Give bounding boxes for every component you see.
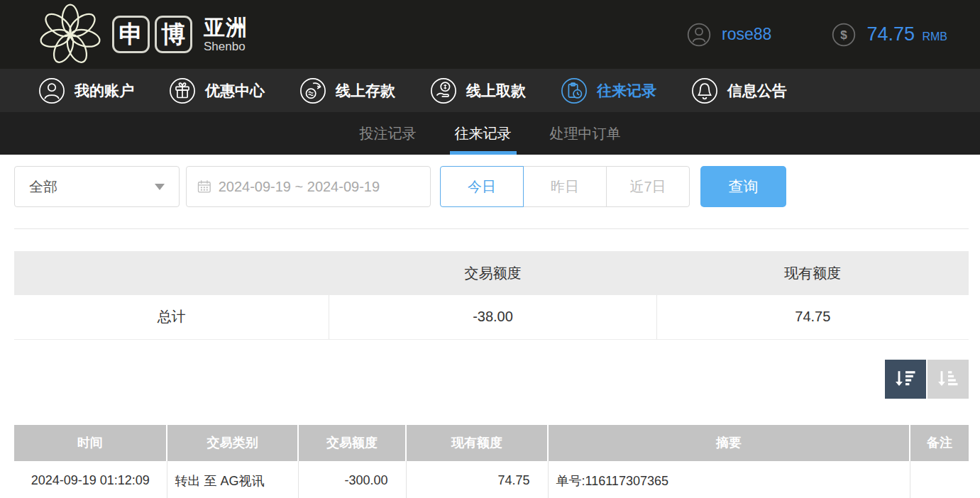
transfer-records-icon [561, 77, 588, 104]
bell-icon [691, 77, 718, 104]
nav-item-promotions[interactable]: 优惠中心 [169, 77, 265, 104]
record-balance: 74.75 [406, 461, 548, 498]
search-button[interactable]: 查询 [700, 166, 786, 207]
tab-label: 往来记录 [455, 124, 512, 143]
summary-table: 交易额度 现有额度 总计 -38.00 74.75 [14, 251, 969, 340]
sort-ascending-icon [934, 366, 962, 392]
record-time: 2024-09-19 01:12:09 [14, 461, 167, 498]
record-type: 转出 至 AG视讯 [167, 461, 298, 498]
date-range-input[interactable] [219, 179, 420, 195]
last-7-days-button[interactable]: 近7日 [606, 166, 690, 207]
tab-label: 处理中订单 [550, 124, 621, 143]
nav-item-deposit[interactable]: 线上存款 [299, 77, 395, 104]
user-icon [38, 77, 65, 104]
summary-header-current-balance: 现有额度 [656, 251, 969, 295]
active-tab-underline [450, 151, 517, 155]
nav-label: 我的账户 [75, 81, 134, 101]
deposit-icon [299, 77, 326, 104]
sort-controls [0, 360, 969, 399]
type-select-dropdown[interactable]: 全部 [14, 166, 180, 207]
nav-item-withdraw[interactable]: 线上取款 [430, 77, 526, 104]
today-button[interactable]: 今日 [440, 166, 524, 207]
summary-header-row: 交易额度 现有额度 [14, 251, 969, 295]
top-header: 申 博 亚洲 Shenbo rose88 $ 74.75 [0, 0, 980, 69]
yesterday-button[interactable]: 昨日 [523, 166, 607, 207]
records-header-type: 交易类别 [167, 425, 298, 461]
records-header-summary: 摘要 [548, 425, 910, 461]
records-header-balance: 现有额度 [406, 425, 548, 461]
balance-amount: 74.75 [866, 23, 915, 45]
sort-ascending-button[interactable] [927, 360, 969, 399]
logo-region: 亚洲 Shenbo [204, 17, 248, 52]
sub-nav: 投注记录 往来记录 处理中订单 [0, 112, 980, 155]
calendar-icon [197, 178, 212, 195]
nav-label: 信息公告 [727, 81, 787, 101]
balance-display[interactable]: $ 74.75 RMB [831, 22, 947, 48]
svg-text:$: $ [841, 28, 848, 42]
brand-logo[interactable]: 申 博 亚洲 Shenbo [0, 1, 248, 68]
nav-item-announcements[interactable]: 信息公告 [691, 77, 787, 104]
caret-down-icon [155, 184, 165, 190]
records-header-time: 时间 [14, 425, 167, 461]
records-table: 时间 交易类别 交易额度 现有额度 摘要 备注 2024-09-19 01:12… [14, 425, 969, 498]
nav-label: 优惠中心 [205, 81, 265, 101]
tab-transfer-records[interactable]: 往来记录 [450, 112, 517, 155]
logo-region-text: 亚洲 [204, 17, 248, 38]
filter-row: 全部 今日 昨日 近7日 查询 [14, 166, 980, 207]
quick-date-group: 今日 昨日 近7日 [440, 166, 690, 207]
logo-char-bo: 博 [155, 16, 192, 53]
user-avatar-icon [686, 22, 712, 48]
logo-char-shen: 申 [112, 16, 150, 53]
nav-label: 往来记录 [597, 81, 656, 101]
date-range-picker[interactable] [186, 166, 431, 207]
record-remark [910, 461, 969, 498]
tab-label: 投注记录 [360, 124, 417, 143]
section-divider [14, 228, 969, 229]
records-header-amount: 交易额度 [298, 425, 406, 461]
records-header-remark: 备注 [910, 425, 969, 461]
nav-item-transfer-records[interactable]: 往来记录 [561, 77, 656, 104]
user-account-link[interactable]: rose88 [686, 22, 771, 48]
gift-icon [169, 77, 196, 104]
record-amount: -300.00 [298, 461, 406, 498]
sort-descending-icon [891, 366, 920, 392]
records-header-row: 时间 交易类别 交易额度 现有额度 摘要 备注 [14, 425, 969, 461]
record-summary: 单号:116117307365 [548, 461, 910, 498]
nav-item-my-account[interactable]: 我的账户 [38, 77, 134, 104]
withdraw-icon [430, 77, 457, 104]
summary-header-blank [14, 251, 329, 295]
type-select-value: 全部 [29, 177, 57, 197]
logo-subtitle: Shenbo [204, 40, 248, 52]
logo-characters: 申 博 [112, 16, 192, 53]
tab-betting-records[interactable]: 投注记录 [355, 112, 422, 155]
summary-total-row: 总计 -38.00 74.75 [14, 295, 969, 339]
dollar-icon: $ [831, 22, 857, 48]
sort-descending-button[interactable] [885, 360, 926, 399]
summary-header-transaction-amount: 交易额度 [329, 251, 656, 295]
flower-logo-icon [37, 1, 104, 68]
tab-pending-orders[interactable]: 处理中订单 [545, 112, 626, 155]
table-row: 2024-09-19 01:12:09 转出 至 AG视讯 -300.00 74… [14, 461, 969, 498]
summary-total-label: 总计 [14, 295, 329, 339]
username-text: rose88 [722, 25, 771, 44]
balance-currency: RMB [922, 31, 947, 43]
summary-current-balance: 74.75 [656, 295, 969, 339]
summary-transaction-amount: -38.00 [329, 295, 656, 339]
nav-label: 线上存款 [336, 81, 395, 101]
main-nav: 我的账户 优惠中心 线上存款 [0, 69, 980, 112]
nav-label: 线上取款 [466, 81, 526, 101]
